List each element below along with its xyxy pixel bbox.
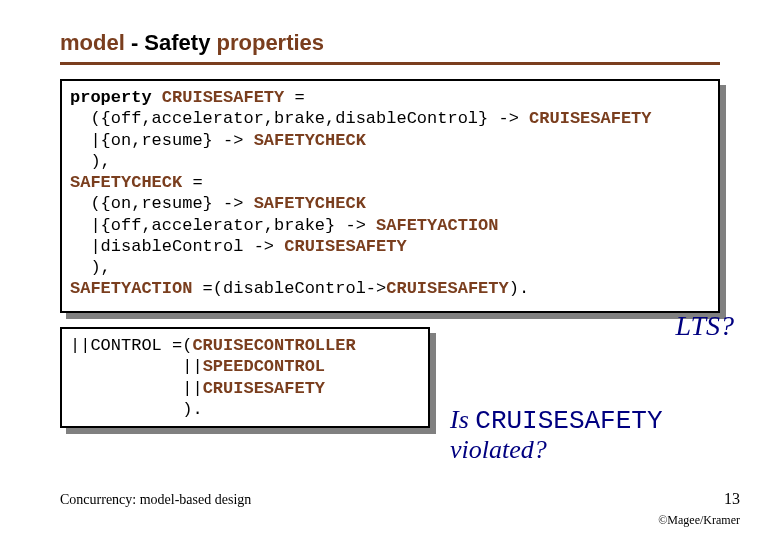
tok-safetycheck-2: SAFETYCHECK xyxy=(70,173,182,192)
code2-l2a: || xyxy=(70,357,203,376)
code1-l10b: =(disableControl-> xyxy=(192,279,386,298)
tok-cruisesafety-5: CRUISESAFETY xyxy=(203,379,325,398)
tok-safetycheck-1: SAFETYCHECK xyxy=(254,131,366,150)
question-annotation: Is CRUISESAFETY violated? xyxy=(450,406,663,464)
tok-eq-2: = xyxy=(182,173,202,192)
q-pre: Is xyxy=(450,405,475,434)
lts-annotation: LTS? xyxy=(675,310,734,342)
code-box-1: property CRUISESAFETY = ({off,accelerato… xyxy=(60,79,720,313)
code-box-2: ||CONTROL =(CRUISECONTROLLER ||SPEEDCONT… xyxy=(60,327,430,428)
slide-number: 13 xyxy=(724,490,740,508)
tok-safetyaction-1: SAFETYACTION xyxy=(376,216,498,235)
code2-l3a: || xyxy=(70,379,203,398)
tok-eq-1: = xyxy=(284,88,304,107)
footer-credit: ©Magee/Kramer xyxy=(658,513,740,528)
code1-l8a: |disableControl -> xyxy=(70,237,284,256)
code1-l3a: |{on,resume} -> xyxy=(70,131,254,150)
code1-l9: ), xyxy=(70,258,111,277)
code1-l7a: |{off,accelerator,brake} -> xyxy=(70,216,376,235)
code1-l2a: ({off,accelerator,brake,disableControl} … xyxy=(70,109,529,128)
footer-left: Concurrency: model-based design xyxy=(60,492,251,508)
tok-cruisecontroller: CRUISECONTROLLER xyxy=(192,336,355,355)
tok-safetycheck-3: SAFETYCHECK xyxy=(254,194,366,213)
tok-cruisesafety-1: CRUISESAFETY xyxy=(162,88,284,107)
title-seg-2: - Safety xyxy=(131,30,210,55)
title-seg-1: model xyxy=(60,30,131,55)
code1-l4: ), xyxy=(70,152,111,171)
slide: model - Safety properties property CRUIS… xyxy=(0,0,780,540)
code2-l1a: ||CONTROL =( xyxy=(70,336,192,355)
title-rule xyxy=(60,62,720,65)
title-seg-3: properties xyxy=(210,30,324,55)
tok-cruisesafety-4: CRUISESAFETY xyxy=(386,279,508,298)
q-mono: CRUISESAFETY xyxy=(475,406,662,436)
tok-speedcontrol: SPEEDCONTROL xyxy=(203,357,325,376)
code1-l6a: ({on,resume} -> xyxy=(70,194,254,213)
code1-l10d: ). xyxy=(509,279,529,298)
tok-cruisesafety-3: CRUISESAFETY xyxy=(284,237,406,256)
code2-l4: ). xyxy=(70,400,203,419)
page-title: model - Safety properties xyxy=(60,30,720,56)
kw-property: property xyxy=(70,88,162,107)
code-box-2-front: ||CONTROL =(CRUISECONTROLLER ||SPEEDCONT… xyxy=(60,327,430,428)
tok-safetyaction-2: SAFETYACTION xyxy=(70,279,192,298)
tok-cruisesafety-2: CRUISESAFETY xyxy=(529,109,651,128)
q-post: violated? xyxy=(450,435,547,464)
code-box-1-front: property CRUISESAFETY = ({off,accelerato… xyxy=(60,79,720,313)
